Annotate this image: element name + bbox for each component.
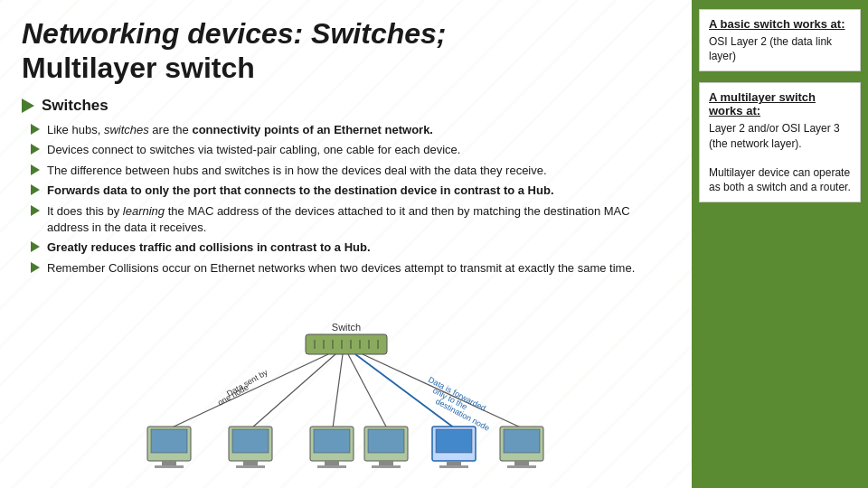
- section-heading-text: Switches: [42, 97, 108, 115]
- bullet-icon: [31, 164, 40, 175]
- sidebar: A basic switch works at: OSI Layer 2 (th…: [692, 0, 868, 488]
- list-item: Forwards data to only the port that conn…: [31, 183, 670, 199]
- svg-rect-34: [372, 465, 401, 468]
- sidebar-box1-content: OSI Layer 2 (the data link layer): [709, 34, 851, 63]
- list-item: Greatly reduces traffic and collisions i…: [31, 239, 670, 256]
- svg-line-15: [333, 354, 343, 428]
- bullet-text: Forwards data to only the port that conn…: [47, 183, 554, 199]
- svg-rect-29: [325, 461, 339, 465]
- bullet-icon: [31, 241, 40, 252]
- svg-text:Switch: Switch: [331, 322, 360, 333]
- svg-rect-26: [236, 465, 265, 468]
- svg-rect-22: [155, 465, 184, 468]
- svg-rect-42: [507, 465, 536, 468]
- title-part2: Switches;: [303, 17, 446, 50]
- diagram-area: Switch: [22, 289, 670, 479]
- bullet-list: Like hubs, switches are the connectivity…: [22, 122, 670, 280]
- main-content: Networking devices: Switches; Multilayer…: [0, 0, 692, 488]
- svg-rect-36: [436, 429, 472, 453]
- sidebar-bottom: [692, 434, 868, 488]
- svg-line-13: [170, 354, 328, 428]
- list-item: The difference between hubs and switches…: [31, 163, 670, 179]
- slide: Networking devices: Switches; Multilayer…: [0, 0, 868, 488]
- svg-rect-32: [368, 429, 404, 453]
- bullet-icon: [31, 184, 40, 195]
- svg-rect-37: [447, 461, 461, 465]
- sidebar-box1-title: A basic switch works at:: [709, 17, 851, 31]
- list-item: Devices connect to switches via twisted-…: [31, 142, 670, 158]
- svg-rect-25: [243, 461, 258, 465]
- section-arrow-icon: [22, 99, 34, 113]
- svg-rect-38: [439, 465, 468, 468]
- bullet-text: Like hubs, switches are the connectivity…: [47, 122, 433, 138]
- section-heading: Switches: [22, 97, 670, 115]
- svg-line-14: [251, 354, 335, 428]
- bullet-icon: [31, 205, 40, 216]
- bullet-icon: [31, 124, 40, 135]
- sidebar-box2-title: A multilayer switch works at:: [709, 90, 851, 117]
- list-item: Remember Collisions occur on Ethernet ne…: [31, 260, 670, 277]
- sidebar-spacer: [692, 202, 868, 434]
- svg-rect-40: [504, 429, 540, 453]
- svg-rect-20: [151, 429, 187, 453]
- svg-line-16: [348, 354, 387, 428]
- svg-rect-21: [162, 461, 176, 465]
- svg-rect-24: [232, 429, 269, 453]
- bullet-icon: [31, 262, 40, 273]
- bullet-text: Remember Collisions occur on Ethernet ne…: [47, 260, 635, 277]
- list-item: Like hubs, switches are the connectivity…: [31, 122, 670, 138]
- bullet-text: The difference between hubs and switches…: [47, 163, 547, 179]
- svg-rect-41: [514, 461, 529, 465]
- page-title: Networking devices: Switches; Multilayer…: [22, 16, 670, 86]
- title-part1: Networking devices:: [22, 17, 303, 50]
- svg-rect-30: [317, 465, 346, 468]
- bullet-text: Greatly reduces traffic and collisions i…: [47, 239, 371, 256]
- sidebar-box2-content: Layer 2 and/or OSI Layer 3 (the network …: [709, 121, 851, 194]
- bullet-text: It does this by learning the MAC address…: [47, 203, 670, 235]
- sidebar-box-basic: A basic switch works at: OSI Layer 2 (th…: [699, 9, 861, 71]
- svg-rect-33: [379, 461, 393, 465]
- sidebar-box-multilayer: A multilayer switch works at: Layer 2 an…: [699, 82, 861, 202]
- title-part3: Multilayer switch: [22, 52, 255, 84]
- list-item: It does this by learning the MAC address…: [31, 203, 670, 235]
- bullet-icon: [31, 144, 40, 155]
- svg-rect-28: [314, 429, 350, 453]
- network-diagram: Switch: [111, 320, 581, 474]
- svg-rect-4: [306, 334, 387, 354]
- bullet-text: Devices connect to switches via twisted-…: [47, 142, 460, 158]
